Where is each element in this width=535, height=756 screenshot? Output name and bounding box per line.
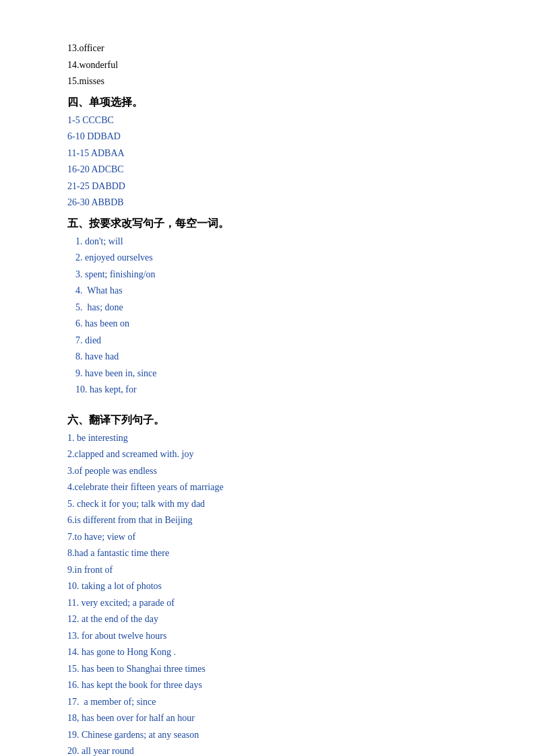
s6-num-17: 17. [67, 697, 80, 707]
s4-value-1: CCCBC [82, 115, 114, 125]
s6-num-14: 14. [67, 647, 80, 657]
s6-num-18: 18, [67, 713, 80, 723]
s5-item-7: 7. died [67, 333, 481, 349]
s4-value-5: DABDD [92, 181, 125, 191]
s6-val-19: Chinese gardens; at any season [82, 730, 199, 740]
s6-item-15: 15. has been to Shanghai three times [67, 661, 481, 678]
s6-num-12: 12. [67, 614, 80, 624]
s5-val-7: died [85, 335, 101, 345]
s6-item-1: 1. be interesting [67, 430, 481, 447]
item-13-text: 13 [67, 43, 77, 53]
section4-item-4: 16-20 ADCBC [67, 162, 481, 178]
s5-num-9: 9. [75, 368, 83, 378]
s6-item-16: 16. has kept the book for three days [67, 677, 481, 694]
s6-num-8: 8. [67, 548, 75, 558]
s6-num-11: 11. [67, 598, 79, 608]
s4-label-5: 21-25 [67, 181, 90, 191]
section4-item-1: 1-5 CCCBC [67, 112, 481, 129]
s5-item-1: 1. don't; will [67, 234, 481, 250]
item-14: 14.wonderful [67, 57, 481, 74]
s5-item-3: 3. spent; finishing/on [67, 267, 481, 283]
s6-item-11: 11. very excited; a parade of [67, 595, 481, 612]
s5-val-1: don't; will [85, 236, 123, 246]
s6-item-12: 12. at the end of the day [67, 611, 481, 628]
s4-value-6: ABBDB [91, 197, 123, 207]
s4-label-1: 1-5 [67, 115, 80, 125]
s6-val-18: has been over for half an hour [82, 713, 195, 723]
s6-item-18: 18, has been over for half an hour [67, 710, 481, 727]
s6-val-7: to have; view of [75, 532, 136, 542]
s5-item-8: 8. have had [67, 349, 481, 366]
s6-num-13: 13. [67, 631, 80, 641]
s6-val-5: check it for you; talk with my dad [77, 499, 205, 509]
s4-label-2: 6-10 [67, 131, 85, 141]
s6-item-2: 2.clapped and screamed with. joy [67, 446, 481, 463]
item-15: 15.misses [67, 73, 481, 90]
s5-num-8: 8. [75, 351, 83, 362]
item-14-value: wonderful [80, 60, 119, 70]
s6-num-16: 16. [67, 680, 80, 690]
s6-item-5: 5. check it for you; talk with my dad [67, 496, 481, 513]
s6-num-1: 1. [67, 433, 75, 443]
s5-val-8: have had [85, 351, 119, 362]
s6-num-9: 9. [67, 565, 75, 575]
section4-item-2: 6-10 DDBAD [67, 129, 481, 145]
s6-item-3: 3.of people was endless [67, 463, 481, 480]
s4-label-4: 16-20 [67, 164, 90, 174]
s6-item-14: 14. has gone to Hong Kong . [67, 644, 481, 661]
s4-value-3: ADBAA [91, 148, 125, 158]
s5-item-5: 5. has; done [67, 300, 481, 316]
s6-num-15: 15. [67, 664, 80, 674]
s6-num-20: 20. [67, 746, 80, 756]
item-15-num: 15 [67, 76, 77, 86]
section6-header: 六、翻译下列句子。 [67, 413, 481, 427]
s6-item-17: 17. a member of; since [67, 694, 481, 711]
s6-item-20: 20. all year round [67, 743, 481, 756]
s6-num-5: 5. [67, 499, 75, 509]
s5-num-6: 6. [75, 318, 83, 329]
s6-item-9: 9.in front of [67, 562, 481, 579]
s6-val-11: very excited; a parade of [81, 598, 174, 608]
s6-num-2: 2. [67, 449, 75, 459]
s6-val-10: taking a lot of photos [82, 581, 162, 591]
s5-num-2: 2. [75, 252, 83, 263]
s6-val-9: in front of [75, 565, 113, 575]
item-15-value: misses [80, 76, 104, 86]
s6-item-7: 7.to have; view of [67, 529, 481, 546]
s5-val-6: has been on [85, 318, 129, 329]
s5-num-3: 3. [75, 269, 83, 279]
s6-val-4: celebrate their fifteen years of marriag… [75, 482, 224, 492]
s4-label-3: 11-15 [67, 148, 89, 158]
section4-item-6: 26-30 ABBDB [67, 195, 481, 211]
item-13-value: officer [80, 43, 104, 53]
s5-item-6: 6. has been on [67, 316, 481, 333]
s6-val-17: a member of; since [82, 697, 156, 707]
s6-item-6: 6.is different from that in Beijing [67, 512, 481, 529]
s6-item-8: 8.had a fantastic time there [67, 545, 481, 562]
s6-val-2: clapped and screamed with. joy [75, 449, 194, 459]
s6-val-1: be interesting [77, 433, 128, 443]
s4-value-2: DDBAD [87, 131, 121, 141]
s6-num-7: 7. [67, 532, 75, 542]
item-14-num: 14 [67, 60, 77, 70]
s5-num-7: 7. [75, 335, 83, 345]
s5-num-10: 10. [75, 384, 88, 394]
s5-num-4: 4. [75, 285, 83, 296]
s6-num-6: 6. [67, 515, 75, 525]
s5-num-5: 5. [75, 302, 83, 312]
s6-val-8: had a fantastic time there [75, 548, 170, 558]
s6-val-6: is different from that in Beijing [75, 515, 193, 525]
section4-header: 四、单项选择。 [67, 96, 481, 110]
s6-val-12: at the end of the day [82, 614, 158, 624]
s5-val-5: has; done [85, 302, 123, 312]
s5-val-9: have been in, since [85, 368, 157, 378]
s5-val-10: has kept, for [90, 384, 137, 394]
s6-val-20: all year round [82, 746, 134, 756]
item-13: 13.officer [67, 40, 481, 57]
s6-val-16: has kept the book for three days [82, 680, 202, 690]
s4-value-4: ADCBC [91, 164, 123, 174]
s6-item-19: 19. Chinese gardens; at any season [67, 727, 481, 744]
s6-item-4: 4.celebrate their fifteen years of marri… [67, 479, 481, 496]
s6-val-13: for about twelve hours [82, 631, 166, 641]
s5-item-2: 2. enjoyed ourselves [67, 250, 481, 267]
